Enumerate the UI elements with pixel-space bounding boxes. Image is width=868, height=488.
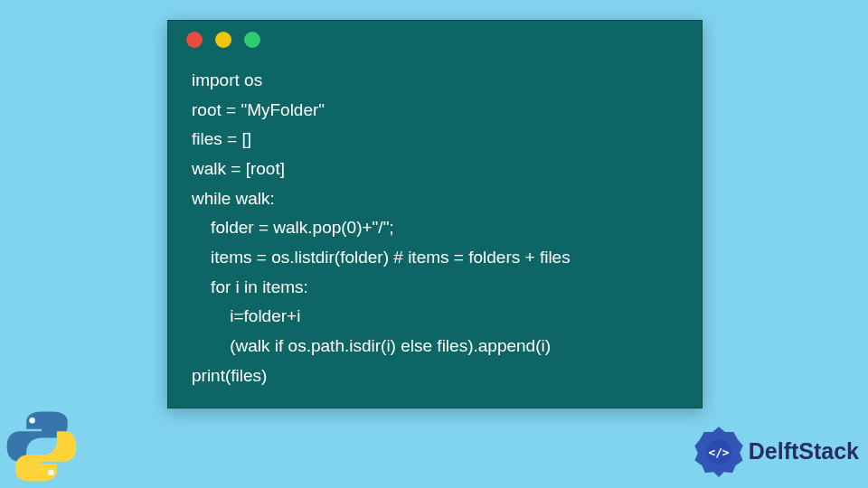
svg-text:</>: </>: [708, 446, 729, 459]
code-line: print(files): [192, 366, 267, 385]
svg-point-0: [29, 418, 34, 423]
window-titlebar: [168, 21, 702, 59]
code-line: (walk if os.path.isdir(i) else files).ap…: [192, 336, 551, 355]
code-line: files = []: [192, 129, 251, 148]
code-line: import os: [192, 70, 262, 89]
window-maximize-dot: [244, 32, 260, 48]
code-window: import os root = "MyFolder" files = [] w…: [167, 20, 703, 408]
code-line: while walk:: [192, 189, 275, 208]
code-line: i=folder+i: [192, 306, 300, 325]
code-line: root = "MyFolder": [192, 100, 325, 119]
code-line: folder = walk.pop(0)+"/";: [192, 218, 394, 237]
python-logo-icon: [5, 410, 78, 483]
code-line: walk = [root]: [192, 159, 285, 178]
delftstack-name: DelftStack: [749, 438, 859, 465]
delftstack-logo: </> DelftStack: [693, 425, 859, 477]
window-minimize-dot: [215, 32, 231, 48]
code-line: for i in items:: [192, 277, 308, 296]
svg-point-1: [48, 470, 53, 475]
code-block: import os root = "MyFolder" files = [] w…: [168, 59, 702, 399]
window-close-dot: [186, 32, 203, 48]
delftstack-badge-icon: </>: [693, 425, 745, 477]
code-line: items = os.listdir(folder) # items = fol…: [192, 248, 571, 267]
